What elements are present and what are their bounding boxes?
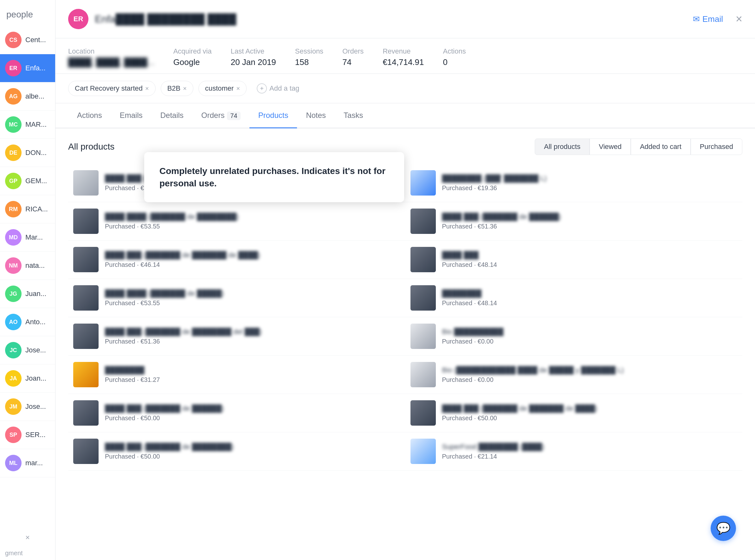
revenue-value: €14,714.91 bbox=[382, 57, 424, 67]
tab-badge: 74 bbox=[227, 112, 240, 120]
product-item: ████ ███ (███████ de ████████) Purchased… bbox=[68, 432, 405, 471]
orders-value: 74 bbox=[342, 57, 363, 67]
avatar: ER bbox=[5, 60, 22, 76]
filter-all-products[interactable]: All products bbox=[535, 139, 590, 155]
sidebar-item-md[interactable]: MD Mar... bbox=[0, 223, 55, 252]
tabs-bar: ActionsEmailsDetailsOrders74ProductsNote… bbox=[56, 103, 755, 128]
tag-label: B2B bbox=[167, 84, 181, 93]
filter-buttons: All productsViewedAdded to cartPurchased bbox=[535, 139, 742, 155]
sidebar-item-jm[interactable]: JM Jose... bbox=[0, 393, 55, 421]
chat-icon: 💬 bbox=[716, 522, 731, 535]
product-name: ████ ████ (███████ de █████) bbox=[105, 289, 400, 298]
sidebar-people-label: people bbox=[0, 0, 55, 26]
product-status: Purchased · €48.14 bbox=[442, 299, 738, 307]
close-button[interactable]: × bbox=[736, 12, 742, 26]
tab-products[interactable]: Products bbox=[250, 103, 297, 128]
filter-added-to-cart[interactable]: Added to cart bbox=[631, 139, 691, 155]
last-active-value: 20 Jan 2019 bbox=[231, 57, 276, 67]
sidebar-item-nm[interactable]: NM nata... bbox=[0, 252, 55, 280]
tab-label: Actions bbox=[77, 111, 102, 119]
sidebar-segment-label: gment bbox=[0, 546, 55, 560]
sidebar-item-name: RICA... bbox=[25, 205, 48, 213]
meta-acquired: Acquired via Google bbox=[173, 47, 212, 67]
sidebar-item-jc[interactable]: JC Jose... bbox=[0, 336, 55, 364]
sidebar-item-name: mar... bbox=[25, 459, 43, 467]
tab-notes[interactable]: Notes bbox=[297, 103, 335, 128]
sidebar-item-de[interactable]: DE DON... bbox=[0, 139, 55, 167]
sidebar-item-cs[interactable]: CS Cent... bbox=[0, 26, 55, 54]
tag-b2b[interactable]: B2B× bbox=[161, 81, 193, 96]
product-info: ████ ███ (███████ de ███████ de ████) Pu… bbox=[442, 404, 738, 422]
tab-label: Emails bbox=[120, 111, 143, 119]
tab-emails[interactable]: Emails bbox=[111, 103, 152, 128]
product-image bbox=[73, 324, 99, 349]
product-name: ████ ███ (███████ de ████████) bbox=[105, 443, 400, 451]
tooltip-text: Completely unrelated purchases. Indicate… bbox=[159, 166, 385, 188]
sidebar-item-name: DON... bbox=[25, 148, 46, 157]
add-tag-button[interactable]: +Add a tag bbox=[252, 80, 304, 97]
sidebar-item-name: nata... bbox=[25, 261, 45, 270]
tab-actions[interactable]: Actions bbox=[68, 103, 111, 128]
sidebar-item-name: Mar... bbox=[25, 233, 43, 241]
product-name: ████████ (███' ███████ L) bbox=[442, 174, 738, 183]
product-image bbox=[73, 362, 99, 387]
product-status: Purchased · €46.14 bbox=[105, 261, 400, 268]
actions-value: 0 bbox=[443, 57, 466, 67]
meta-sessions: Sessions 158 bbox=[295, 47, 323, 67]
product-info: ████ ███ (███████ de ████████) Purchased… bbox=[105, 443, 400, 460]
product-image bbox=[411, 439, 436, 464]
sidebar-item-jg[interactable]: JG Juan... bbox=[0, 280, 55, 308]
product-status: Purchased · €53.55 bbox=[105, 299, 400, 307]
sidebar-close-button[interactable]: × bbox=[21, 531, 34, 544]
tag-label: customer bbox=[205, 84, 234, 93]
sidebar-item-rm[interactable]: RM RICA... bbox=[0, 195, 55, 223]
sidebar-item-name: Jose... bbox=[25, 346, 46, 354]
chat-button[interactable]: 💬 bbox=[711, 516, 736, 541]
tag-close-icon[interactable]: × bbox=[236, 85, 240, 92]
location-label: Location bbox=[68, 47, 154, 56]
tab-tasks[interactable]: Tasks bbox=[335, 103, 372, 128]
product-item: ████ ███ (███████ de ██████) Purchased ·… bbox=[68, 394, 405, 432]
tab-label: Details bbox=[160, 111, 183, 119]
sidebar-item-gp[interactable]: GP GEM... bbox=[0, 167, 55, 195]
tab-orders[interactable]: Orders74 bbox=[193, 103, 250, 128]
sidebar-item-ja[interactable]: JA Joan... bbox=[0, 364, 55, 393]
sidebar-item-sp[interactable]: SP SER... bbox=[0, 421, 55, 449]
sidebar-item-name: SER... bbox=[25, 431, 46, 439]
product-name: ████ ███ (███████ de ████████ del ███) bbox=[105, 328, 400, 336]
tab-label: Orders bbox=[201, 111, 224, 119]
product-image bbox=[411, 208, 436, 234]
filter-viewed[interactable]: Viewed bbox=[590, 139, 631, 155]
tag-label: Cart Recovery started bbox=[75, 84, 143, 93]
tab-details[interactable]: Details bbox=[152, 103, 193, 128]
product-name: ████ ███ (███████ de ███████ de ████) bbox=[105, 251, 400, 259]
product-image bbox=[411, 285, 436, 311]
product-name: ████████ bbox=[442, 289, 738, 298]
product-image bbox=[73, 285, 99, 311]
email-icon: ✉ bbox=[693, 14, 700, 24]
tag-close-icon[interactable]: × bbox=[183, 85, 187, 92]
product-name: ████ ███ (███████ de ██████) bbox=[442, 213, 738, 221]
sidebar-item-name: Joan... bbox=[25, 374, 46, 382]
sidebar-item-ag[interactable]: AG albe... bbox=[0, 82, 55, 111]
tab-label: Notes bbox=[306, 111, 326, 119]
product-info: ████ ████ (███████ de █████) Purchased ·… bbox=[105, 289, 400, 307]
tag-customer[interactable]: customer× bbox=[198, 81, 246, 96]
product-image bbox=[73, 400, 99, 426]
tag-close-icon[interactable]: × bbox=[145, 85, 149, 92]
sidebar-item-mc[interactable]: MC MAR... bbox=[0, 111, 55, 139]
product-info: ████ ███ Purchased · €48.14 bbox=[442, 251, 738, 268]
product-item: ████████ Purchased · €31.27 bbox=[68, 356, 405, 394]
product-status: Purchased · €0.00 bbox=[442, 338, 738, 345]
filter-purchased[interactable]: Purchased bbox=[691, 139, 742, 155]
last-active-label: Last Active bbox=[231, 47, 276, 56]
product-info: Bio ██████████ Purchased · €0.00 bbox=[442, 328, 738, 345]
sidebar-item-ao[interactable]: AO Anto... bbox=[0, 308, 55, 336]
email-button[interactable]: ✉ Email bbox=[693, 14, 723, 24]
tag-cart-recovery-started[interactable]: Cart Recovery started× bbox=[68, 81, 156, 96]
avatar: DE bbox=[5, 144, 22, 161]
tab-label: Products bbox=[258, 111, 289, 119]
sidebar-item-er[interactable]: ER Enfa... bbox=[0, 54, 55, 82]
product-info: ████ ███ (███████ de ██████) Purchased ·… bbox=[105, 404, 400, 422]
sidebar-item-ml[interactable]: ML mar... bbox=[0, 449, 55, 477]
